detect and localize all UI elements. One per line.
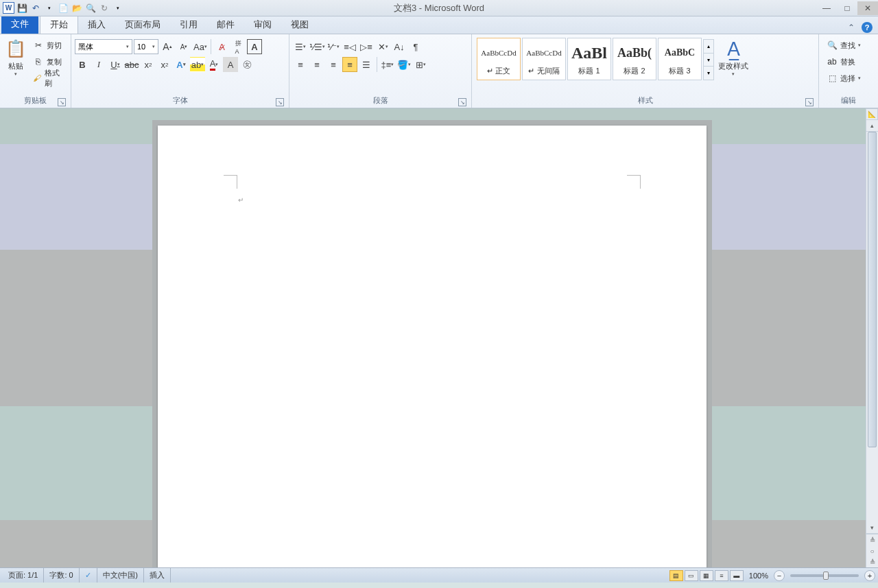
next-page-icon[interactable]: ≜: [866, 556, 878, 567]
redo-icon[interactable]: ↻: [98, 2, 110, 14]
full-screen-view-icon[interactable]: ▭: [685, 570, 698, 581]
draft-view-icon[interactable]: ▬: [730, 570, 744, 581]
shrink-font-button[interactable]: A▾: [176, 39, 191, 54]
gallery-up-icon[interactable]: ▴: [704, 40, 713, 54]
minimize-button[interactable]: —: [816, 1, 837, 15]
font-size-combo[interactable]: 10▾: [134, 39, 158, 54]
find-button[interactable]: 🔍查找▾: [824, 38, 864, 53]
tab-mailings[interactable]: 邮件: [207, 16, 244, 34]
print-preview-icon[interactable]: 🔍: [84, 2, 97, 14]
phonetic-guide-button[interactable]: 拼A: [230, 39, 246, 54]
tab-home[interactable]: 开始: [40, 15, 78, 34]
close-button[interactable]: ✕: [857, 1, 878, 15]
print-layout-view-icon[interactable]: ▤: [669, 570, 683, 581]
maximize-button[interactable]: □: [837, 1, 857, 15]
scroll-down-icon[interactable]: ▾: [866, 522, 878, 534]
scroll-up-icon[interactable]: ▴: [866, 120, 878, 132]
gallery-more-icon[interactable]: ▾: [704, 67, 713, 80]
replace-button[interactable]: ab替换: [824, 54, 864, 69]
shading-button[interactable]: 🪣▾: [396, 57, 412, 72]
distributed-button[interactable]: ☰: [359, 57, 374, 72]
scroll-thumb[interactable]: [868, 132, 877, 447]
superscript-button[interactable]: x2: [157, 57, 172, 72]
gallery-down-icon[interactable]: ▾: [704, 54, 713, 67]
change-styles-button[interactable]: A̲ 更改样式 ▾: [715, 36, 751, 78]
insert-mode[interactable]: 插入: [144, 568, 171, 583]
increase-indent-button[interactable]: ▷≡: [359, 39, 374, 54]
zoom-in-button[interactable]: +: [864, 570, 875, 581]
vertical-scrollbar[interactable]: ▴ ▾ ≜ ○ ≜: [866, 120, 878, 567]
borders-button[interactable]: ⊞▾: [413, 57, 428, 72]
undo-icon[interactable]: ↶: [29, 2, 42, 14]
help-icon[interactable]: ?: [862, 22, 873, 33]
italic-button[interactable]: I: [91, 57, 106, 72]
styles-launcher-icon[interactable]: ↘: [805, 98, 814, 106]
show-marks-button[interactable]: ¶: [408, 39, 423, 54]
new-icon[interactable]: 📄: [57, 2, 69, 14]
align-right-button[interactable]: ≡: [326, 57, 341, 72]
font-color-button[interactable]: A▾: [206, 57, 222, 72]
page-status[interactable]: 页面: 1/1: [3, 568, 44, 583]
proofing-button[interactable]: ✓: [80, 568, 97, 583]
ruler-toggle-icon[interactable]: 📐: [866, 108, 878, 120]
decrease-indent-button[interactable]: ≡◁: [342, 39, 357, 54]
web-layout-view-icon[interactable]: ▦: [700, 570, 713, 581]
strikethrough-button[interactable]: abc: [124, 57, 139, 72]
enclose-characters-button[interactable]: ㊛: [239, 57, 254, 72]
change-case-button[interactable]: Aa▾: [193, 39, 208, 54]
outline-view-icon[interactable]: ≡: [715, 570, 728, 581]
prev-page-icon[interactable]: ≜: [866, 534, 878, 545]
clear-formatting-button[interactable]: A̷: [214, 39, 229, 54]
save-icon[interactable]: 💾: [16, 2, 28, 14]
zoom-out-button[interactable]: −: [774, 570, 785, 581]
subscript-button[interactable]: x2: [141, 57, 156, 72]
character-shading-button[interactable]: A: [223, 57, 238, 72]
text-effects-button[interactable]: A▾: [174, 57, 189, 72]
character-border-button[interactable]: A: [247, 39, 262, 54]
style-no-spacing[interactable]: AaBbCcDd↵ 无间隔: [522, 38, 566, 80]
style-heading2[interactable]: AaBb(标题 2: [613, 38, 656, 80]
language-status[interactable]: 中文(中国): [97, 568, 144, 583]
paragraph-launcher-icon[interactable]: ↘: [458, 98, 466, 106]
document-page[interactable]: ↵: [158, 126, 707, 567]
font-launcher-icon[interactable]: ↘: [276, 98, 284, 106]
zoom-thumb[interactable]: [823, 572, 829, 580]
tab-references[interactable]: 引用: [170, 16, 207, 34]
justify-button[interactable]: ≡: [342, 57, 357, 72]
style-heading3[interactable]: AaBbC标题 3: [658, 38, 702, 80]
font-name-combo[interactable]: 黑体▾: [75, 39, 132, 54]
align-center-button[interactable]: ≡: [309, 57, 324, 72]
multilevel-list-button[interactable]: ⅟⁻▾: [326, 39, 341, 54]
underline-button[interactable]: U▾: [108, 57, 123, 72]
zoom-level[interactable]: 100%: [745, 572, 772, 580]
asian-layout-button[interactable]: ✕▾: [375, 39, 390, 54]
select-button[interactable]: ⬚选择▾: [824, 71, 864, 86]
open-icon[interactable]: 📂: [71, 2, 83, 14]
paste-button[interactable]: 📋 粘贴 ▾: [3, 36, 29, 78]
cut-button[interactable]: ✂剪切: [30, 38, 66, 53]
tab-review[interactable]: 审阅: [244, 16, 281, 34]
sort-button[interactable]: A↓: [392, 39, 407, 54]
tab-file[interactable]: 文件: [1, 14, 38, 34]
copy-button[interactable]: ⎘复制: [30, 54, 66, 69]
tab-layout[interactable]: 页面布局: [115, 16, 170, 34]
numbering-button[interactable]: ⅟☰▾: [309, 39, 324, 54]
qat-customize-icon[interactable]: ▾: [112, 2, 124, 14]
browse-object-icon[interactable]: ○: [866, 545, 878, 556]
style-normal[interactable]: AaBbCcDd↵ 正文: [477, 38, 521, 80]
tab-insert[interactable]: 插入: [78, 16, 115, 34]
clipboard-launcher-icon[interactable]: ↘: [58, 98, 66, 106]
app-icon[interactable]: W: [3, 2, 14, 14]
grow-font-button[interactable]: A▴: [160, 39, 175, 54]
undo-dropdown-icon[interactable]: ▾: [43, 2, 56, 14]
align-left-button[interactable]: ≡: [293, 57, 308, 72]
bullets-button[interactable]: ☰▾: [293, 39, 308, 54]
format-painter-button[interactable]: 🖌格式刷: [30, 71, 66, 86]
document-viewport[interactable]: ↵: [0, 108, 866, 567]
word-count[interactable]: 字数: 0: [44, 568, 79, 583]
line-spacing-button[interactable]: ‡≡▾: [380, 57, 395, 72]
highlight-button[interactable]: ab▾: [190, 57, 205, 72]
style-heading1[interactable]: AaBl标题 1: [567, 38, 611, 80]
ribbon-minimize-icon[interactable]: ⌃: [845, 21, 857, 34]
zoom-slider[interactable]: [790, 574, 859, 577]
